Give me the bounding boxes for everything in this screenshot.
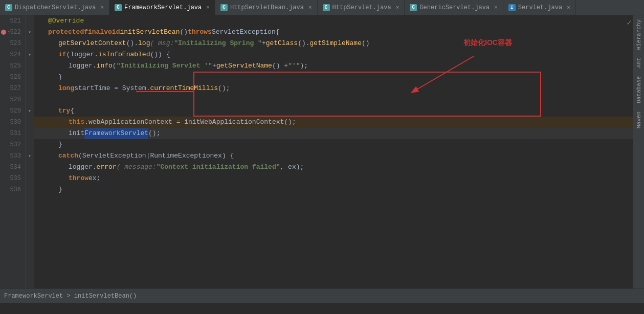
line-number-text: 529 xyxy=(10,105,21,117)
code-line-526[interactable]: } xyxy=(34,72,633,83)
tab-close-dispatcher[interactable]: × xyxy=(100,5,104,11)
code-line-521[interactable]: @Override xyxy=(34,15,633,27)
tab-close-framework[interactable]: × xyxy=(206,5,210,11)
sidebar-tab-database[interactable]: Database xyxy=(634,72,644,107)
code-line-534[interactable]: logger.error( message: "Context initiali… xyxy=(34,162,633,173)
line-num-522: 522↑ xyxy=(0,27,25,38)
method-getsimplename: getSimpleName xyxy=(310,38,362,49)
sidebar-tab-ant[interactable]: Ant xyxy=(634,54,644,72)
fold-cell-533[interactable]: ▾ xyxy=(26,150,34,162)
line-number-text: 525 xyxy=(10,60,21,72)
tab-close-genericservlet[interactable]: × xyxy=(494,5,498,11)
tab-label-genericservlet: GenericServlet.java xyxy=(419,4,490,11)
code-line-533[interactable]: catch (ServletException | RuntimeExcepti… xyxy=(34,150,633,162)
kw-protected: protected xyxy=(48,27,84,38)
execution-arrow: ↑ xyxy=(7,27,11,38)
code-line-531[interactable]: initFrameworkServlet(); xyxy=(34,128,633,139)
code-line-535[interactable]: throw ex; xyxy=(34,173,633,184)
line-number-text: 532 xyxy=(10,139,21,150)
tab-httpservlet[interactable]: C HttpServlet.java × xyxy=(318,0,405,15)
string-quote: "'" xyxy=(288,60,300,72)
right-sidebar: Hierarchy Ant Database Maven xyxy=(633,15,644,288)
fold-gutter: ▾▾▾▾ xyxy=(26,15,34,288)
line-number-text: 533 xyxy=(10,150,21,162)
exception-type: ServletException xyxy=(212,27,276,38)
line-num-525: 525 xyxy=(0,60,25,72)
fold-cell-524[interactable]: ▾ xyxy=(26,49,34,60)
code-line-523[interactable]: getServletContext().log( msg: "Initializ… xyxy=(34,38,633,49)
fold-cell-529[interactable]: ▾ xyxy=(26,105,34,117)
string-context-init-failed: "Context initialization failed" xyxy=(157,162,280,173)
fold-cell-534 xyxy=(26,162,34,173)
line-num-528: 528 xyxy=(0,94,25,105)
line-num-521: 521 xyxy=(0,15,25,27)
tab-label-framework: FrameworkServlet.java xyxy=(124,4,202,11)
kw-throws: throws xyxy=(188,27,212,38)
line-number-text: 523 xyxy=(10,38,21,49)
line-number-text: 521 xyxy=(10,15,21,27)
tab-label-httpservlet: HttpServlet.java xyxy=(332,4,391,11)
kw-catch: catch xyxy=(58,150,78,162)
selected-frameworkservlet: FrameworkServlet xyxy=(84,128,148,139)
line-number-text: 530 xyxy=(10,117,21,128)
sidebar-tab-maven[interactable]: Maven xyxy=(634,107,644,132)
line-number-text: 535 xyxy=(10,173,21,184)
code-line-524[interactable]: if (logger.isInfoEnabled()) { xyxy=(34,49,633,60)
line-num-530: 530 xyxy=(0,117,25,128)
line-num-529: 529 xyxy=(0,105,25,117)
method-isinfoenabled: isInfoEnabled xyxy=(98,49,150,60)
status-bar: FrameworkServlet > initServletBean() xyxy=(0,288,644,303)
kw-if: if xyxy=(58,49,66,60)
line-number-text: 526 xyxy=(10,72,21,83)
code-line-528[interactable] xyxy=(34,94,633,105)
tab-genericservlet[interactable]: C GenericServlet.java × xyxy=(405,0,503,15)
line-number-text: 536 xyxy=(10,184,21,195)
tab-icon-dispatcher: C xyxy=(5,4,12,11)
line-number-text: 528 xyxy=(10,94,21,105)
line-number-text: 524 xyxy=(10,49,21,60)
code-line-522[interactable]: protected final void initServletBean() t… xyxy=(34,27,633,38)
tab-bar: C DispatcherServlet.java × C FrameworkSe… xyxy=(0,0,644,15)
fold-cell-530 xyxy=(26,117,34,128)
type-servletexception: ServletException xyxy=(82,150,146,162)
method-name: initServletBean xyxy=(120,27,180,38)
code-line-527[interactable]: long startTime = System.currentTimeMilli… xyxy=(34,83,633,94)
paren: () xyxy=(180,27,188,38)
fold-cell-522[interactable]: ▾ xyxy=(26,27,34,38)
code-line-529[interactable]: try { xyxy=(34,105,633,117)
tab-icon-httpservlet: C xyxy=(323,4,330,11)
tab-close-httpservlet[interactable]: × xyxy=(396,5,399,11)
fold-cell-523 xyxy=(26,38,34,49)
code-line-536[interactable]: } xyxy=(34,184,633,195)
fold-cell-532 xyxy=(26,139,34,150)
annotation-override: @Override xyxy=(48,15,84,27)
method-log: log xyxy=(138,38,150,49)
code-line-530[interactable]: this.webApplicationContext = initWebAppl… xyxy=(34,117,633,128)
method-getservletname: getServletName xyxy=(216,60,272,72)
tab-close-servlet[interactable]: × xyxy=(567,5,570,11)
tab-icon-httpservletbean: C xyxy=(220,4,228,11)
tab-servlet[interactable]: I Servlet.java × xyxy=(503,0,576,15)
tab-httpservletbean[interactable]: C HttpServletBean.java × xyxy=(215,0,318,15)
tab-close-httpservletbean[interactable]: × xyxy=(308,5,312,11)
fold-cell-536 xyxy=(26,184,34,195)
kw-void: void xyxy=(104,27,120,38)
fold-cell-528 xyxy=(26,94,34,105)
fold-cell-535 xyxy=(26,173,34,184)
code-line-525[interactable]: logger.info("Initializing Servlet '" + g… xyxy=(34,60,633,72)
line-num-533: 533 xyxy=(0,150,25,162)
string-initializing-servlet: "Initializing Servlet '" xyxy=(117,60,212,72)
line-num-527: 527 xyxy=(0,83,25,94)
line-num-534: 534 xyxy=(0,162,25,173)
line-num-524: 524 xyxy=(0,49,25,60)
checkmark-icon: ✓ xyxy=(627,17,632,28)
fold-cell-531 xyxy=(26,128,34,139)
code-area[interactable]: @Overrideprotected final void initServle… xyxy=(34,15,633,288)
kw-throw: throw xyxy=(69,173,88,184)
tab-framework[interactable]: C FrameworkServlet.java × xyxy=(109,0,215,15)
code-line-532[interactable]: } xyxy=(34,139,633,150)
sidebar-tab-hierarchy[interactable]: Hierarchy xyxy=(634,15,644,54)
tab-dispatcher[interactable]: C DispatcherServlet.java × xyxy=(0,0,109,15)
kw-final: final xyxy=(84,27,104,38)
line-num-536: 536 xyxy=(0,184,25,195)
